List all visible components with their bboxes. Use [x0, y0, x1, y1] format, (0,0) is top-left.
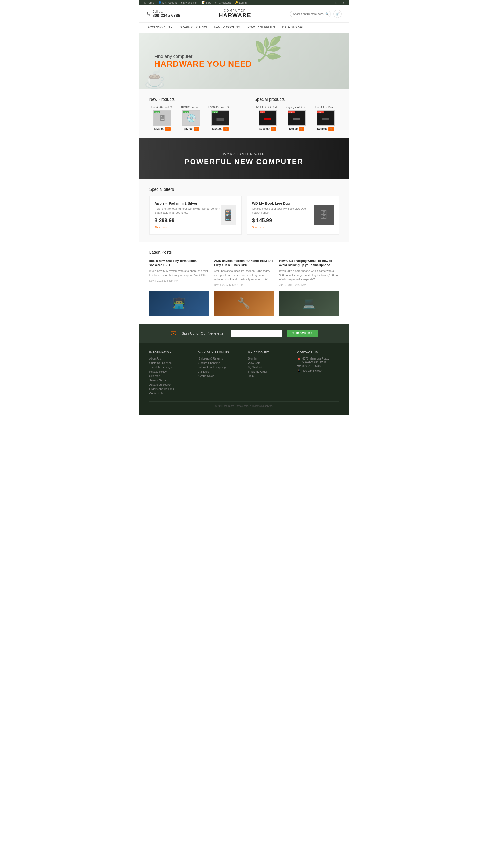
hero-subtitle: Find any computer [154, 54, 252, 59]
product-card[interactable]: EVGA ATX Dual ... SALE ▬ $280.00 🛒 [312, 106, 339, 131]
footer-link-about[interactable]: About Us [149, 357, 191, 360]
product-badge-sale: SALE [260, 111, 266, 113]
product-badge-sale: SALE [288, 111, 295, 113]
currency-selector[interactable]: USD [332, 1, 337, 4]
new-products-grid: EVGA Z87 Dual C... NEW 🖥 $235.00 🛒 ARCTI… [149, 106, 234, 131]
product-name: Gigabyte ATX D... [283, 106, 310, 109]
footer-link-track-order[interactable]: Track My Order [248, 370, 290, 373]
product-name: EVGA Z87 Dual C... [149, 106, 176, 109]
footer-copyright: © 2015 Mágento Demo Store. All Rights Re… [149, 401, 339, 407]
subscribe-button[interactable]: SUBSCRIBE [287, 330, 318, 337]
add-to-cart-button[interactable]: 🛒 [299, 127, 304, 131]
post-image[interactable]: 💻 [279, 290, 339, 316]
product-card[interactable]: EVGA GeForce GT... NEW ▬ $320.00 🛒 [207, 106, 234, 131]
top-bar-nav[interactable]: ⌂ Home 👤 My Account ♥ My Wishlist 📝 Blog… [144, 1, 250, 4]
product-name: EVGA GeForce GT... [207, 106, 234, 109]
footer-link-search-terms[interactable]: Search Terms [149, 379, 191, 382]
product-price: $200.00 [259, 127, 270, 130]
post-excerpt: If you take a smartphone which came with… [279, 269, 339, 282]
footer-link-secure[interactable]: Secure Shopping [199, 361, 240, 364]
cart-button[interactable]: 🛒 [333, 10, 342, 18]
search-box[interactable]: 🔍 [290, 11, 331, 17]
product-image: SALE ▬ [288, 110, 306, 126]
search-icon[interactable]: 🔍 [326, 12, 329, 16]
footer-link-view-cart[interactable]: View Cart [248, 361, 290, 364]
footer-link-intl-shipping[interactable]: International Shipping [199, 366, 240, 369]
footer-link-signin[interactable]: Sign In [248, 357, 290, 360]
top-bar-right: USD En [332, 1, 344, 4]
newsletter-email-input[interactable] [231, 330, 282, 337]
post-item[interactable]: AMD unveils Radeon R9 Nano: HBM and Fury… [214, 259, 274, 286]
product-card[interactable]: MSI ATX DDR3 M... SALE ▬ $200.00 🛒 [254, 106, 281, 131]
add-to-cart-button[interactable]: 🛒 [165, 127, 171, 131]
footer-link-orders[interactable]: Orders and Returns [149, 388, 191, 391]
special-products-grid: MSI ATX DDR3 M... SALE ▬ $200.00 🛒 Gigab… [254, 106, 339, 131]
offer-price: $ 145.99 [252, 217, 314, 223]
nav-account[interactable]: 👤 My Account [158, 1, 177, 4]
copyright-text: © 2015 Mágento Demo Store. All Rights Re… [215, 405, 273, 407]
post-image[interactable]: 🔧 [214, 290, 274, 316]
footer-link-template[interactable]: Template Settings [149, 366, 191, 369]
add-to-cart-button[interactable]: 🛒 [271, 127, 276, 131]
footer-link-shipping[interactable]: Shipping & Returns [199, 357, 240, 360]
footer-link-help[interactable]: Help [248, 374, 290, 377]
product-price: $280.00 [317, 127, 328, 130]
post-date: Jun 8, 2015 7:28:34 AM [279, 284, 339, 286]
footer-link-customer[interactable]: Customer Service [149, 361, 191, 364]
nav-accessories[interactable]: ACCESSORIES ▾ [144, 23, 176, 33]
post-item[interactable]: How USB charging works, or how to avoid … [279, 259, 339, 286]
post-image[interactable]: 👨‍💻 [149, 290, 209, 316]
nav-graphics[interactable]: GRAPHICS CARDS [176, 23, 211, 33]
footer-col-information: INFORMATION About Us Customer Service Te… [149, 351, 191, 396]
footer-link-privacy[interactable]: Privacy Policy [149, 370, 191, 373]
nav-checkout[interactable]: 🏷 Checkout [215, 1, 231, 4]
footer-link-advanced-search[interactable]: Advanced Search [149, 383, 191, 386]
search-input[interactable] [293, 12, 324, 16]
new-products-title: New Products [149, 97, 234, 102]
nav-home[interactable]: ⌂ Home [144, 1, 154, 4]
newsletter-label: Sign Up for Our Newsletter: [182, 331, 226, 335]
latest-posts-title: Latest Posts [149, 250, 339, 255]
nav-power[interactable]: POWER SUPPLIES [244, 23, 278, 33]
footer-link-sitemap[interactable]: Site Map [149, 374, 191, 377]
add-to-cart-button[interactable]: 🛒 [329, 127, 334, 131]
product-card[interactable]: EVGA Z87 Dual C... NEW 🖥 $235.00 🛒 [149, 106, 176, 131]
main-nav[interactable]: ACCESSORIES ▾ GRAPHICS CARDS FANS & COOL… [139, 23, 349, 33]
nav-login[interactable]: 🔑 Log In [235, 1, 247, 4]
logo[interactable]: COMPUTER HARWARE [219, 9, 251, 19]
banner-subtitle: WORK FASTER WITH [223, 152, 265, 156]
logo-bottom: HARWARE [219, 12, 251, 19]
shop-now-link[interactable]: Shop now [155, 226, 167, 229]
shop-now-link[interactable]: Shop now [252, 226, 265, 229]
offers-grid: Apple - iPad mini 2 Silver Refers to the… [149, 196, 339, 235]
footer-link-affiliates[interactable]: Affiliates [199, 370, 240, 373]
product-badge-sale: SALE [317, 111, 324, 113]
logo-top: COMPUTER [219, 9, 251, 12]
nav-blog[interactable]: 📝 Blog [201, 1, 211, 4]
footer-link-contact[interactable]: Contact Us [149, 392, 191, 395]
product-card[interactable]: Gigabyte ATX D... SALE ▬ $40.00 🛒 [283, 106, 310, 131]
offer-card[interactable]: WD My Book Live Duo Get the most out of … [247, 196, 339, 235]
footer-link-group-sales[interactable]: Group Sales [199, 374, 240, 377]
add-to-cart-button[interactable]: 🛒 [223, 127, 229, 131]
add-to-cart-button[interactable]: 🛒 [193, 127, 199, 131]
nav-fans[interactable]: FANS & COOLING [211, 23, 244, 33]
post-date: Nov 8, 2015 12:58:34 PM [149, 279, 209, 282]
product-image: NEW 💿 [182, 110, 200, 126]
language-selector[interactable]: En [340, 1, 344, 4]
nav-wishlist[interactable]: ♥ My Wishlist [181, 1, 197, 4]
footer-col-my-account: MY ACCOUNT Sign In View Cart My Wishlist… [248, 351, 290, 396]
special-products-col: Special products MSI ATX DDR3 M... SALE … [254, 97, 339, 131]
product-card[interactable]: ARCTIC Freezer ... NEW 💿 $87.00 🛒 [178, 106, 205, 131]
footer-link-my-wishlist[interactable]: My Wishlist [248, 366, 290, 369]
post-title: Intel's new 5×5: Tiny form factor, socke… [149, 259, 209, 268]
offer-card[interactable]: Apple - iPad mini 2 Silver Refers to the… [149, 196, 242, 235]
newsletter-email-icon: ✉ [170, 329, 177, 338]
product-badge-new: NEW [154, 111, 160, 113]
phone-label: Call us: [153, 10, 181, 13]
post-item[interactable]: Intel's new 5×5: Tiny form factor, socke… [149, 259, 209, 286]
offer-description: Get the most out of your My Book Live Du… [252, 207, 314, 215]
nav-storage[interactable]: DATA STORAGE [278, 23, 309, 33]
post-images-grid: 👨‍💻 🔧 💻 [149, 290, 339, 316]
hero-banner: Find any computer HARDWARE YOU NEED 🌿 ☕ [139, 33, 349, 90]
